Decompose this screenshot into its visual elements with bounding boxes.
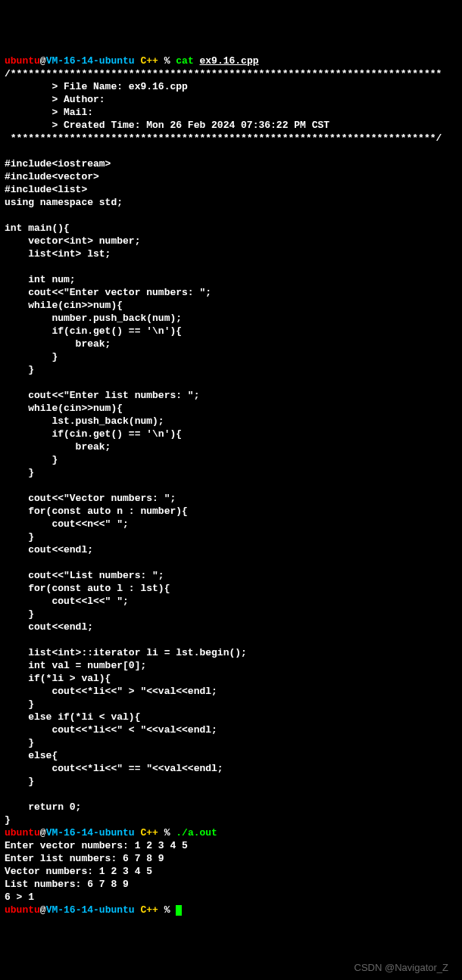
- prompt-line-2: ubuntu@VM-16-14-ubuntu C++ % ./a.out: [5, 827, 217, 838]
- code-line: ****************************************…: [5, 132, 442, 144]
- code-line: > Author:: [5, 94, 105, 105]
- code-line: else if(*li < val){: [5, 711, 140, 723]
- prompt-at: @: [40, 55, 46, 67]
- prompt-user: ubuntu: [5, 904, 40, 916]
- code-line: cout<<"Enter vector numbers: ";: [5, 287, 211, 298]
- command-cat: cat: [176, 55, 199, 67]
- command-arg: ex9.16.cpp: [200, 55, 259, 67]
- prompt-percent: %: [164, 827, 176, 838]
- code-line: int val = number[0];: [5, 660, 146, 671]
- code-line: list<int> lst;: [5, 248, 111, 260]
- output-line: List numbers: 6 7 8 9: [5, 879, 129, 890]
- code-line: if(cin.get() == '\n'){: [5, 428, 182, 440]
- prompt-percent: %: [164, 55, 176, 67]
- code-line: /***************************************…: [5, 68, 442, 79]
- code-line: return 0;: [5, 801, 81, 813]
- command-run: ./a.out: [176, 827, 217, 838]
- prompt-dir: C++: [135, 904, 164, 916]
- code-line: cout<<endl;: [5, 544, 93, 555]
- code-line: > Created Time: Mon 26 Feb 2024 07:36:22…: [5, 120, 329, 131]
- prompt-host: VM-16-14-ubuntu: [46, 55, 135, 67]
- code-line: cout<<*li<<" > "<<val<<endl;: [5, 686, 217, 697]
- prompt-user: ubuntu: [5, 55, 40, 67]
- prompt-line-1: ubuntu@VM-16-14-ubuntu C++ % cat ex9.16.…: [5, 55, 259, 67]
- code-line: }: [5, 608, 34, 620]
- code-line: }: [5, 351, 58, 362]
- code-line: int num;: [5, 274, 76, 285]
- code-line: if(cin.get() == '\n'){: [5, 325, 182, 337]
- code-line: }: [5, 364, 34, 375]
- prompt-host: VM-16-14-ubuntu: [46, 904, 135, 916]
- code-line: cout<<*li<<" == "<<val<<endl;: [5, 763, 223, 774]
- output-line: Enter vector numbers: 1 2 3 4 5: [5, 840, 188, 851]
- code-line: using namespace std;: [5, 197, 123, 208]
- code-line: cout<<"Vector numbers: ";: [5, 493, 176, 504]
- code-line: lst.push_back(num);: [5, 415, 164, 427]
- code-line: }: [5, 698, 34, 710]
- prompt-line-3[interactable]: ubuntu@VM-16-14-ubuntu C++ %: [5, 904, 182, 916]
- code-line: cout<<l<<" ";: [5, 596, 129, 607]
- code-line: > Mail:: [5, 107, 93, 118]
- code-line: cout<<*li<<" < "<<val<<endl;: [5, 724, 217, 736]
- code-line: vector<int> number;: [5, 235, 140, 247]
- cursor-icon: [176, 905, 182, 916]
- code-line: while(cin>>num){: [5, 403, 123, 414]
- prompt-at: @: [40, 904, 46, 916]
- code-line: }: [5, 737, 34, 748]
- code-line: }: [5, 467, 34, 478]
- code-line: }: [5, 776, 34, 787]
- code-line: }: [5, 814, 11, 826]
- code-line: if(*li > val){: [5, 673, 111, 684]
- code-line: while(cin>>num){: [5, 300, 123, 311]
- code-line: }: [5, 454, 58, 465]
- terminal-output[interactable]: ubuntu@VM-16-14-ubuntu C++ % cat ex9.16.…: [5, 54, 457, 916]
- code-line: for(const auto n : number){: [5, 506, 188, 517]
- code-line: #include<iostream>: [5, 158, 111, 170]
- prompt-host: VM-16-14-ubuntu: [46, 827, 135, 838]
- code-line: else{: [5, 750, 58, 761]
- code-line: #include<vector>: [5, 171, 99, 182]
- code-line: cout<<"Enter list numbers: ";: [5, 390, 199, 401]
- output-line: 6 > 1: [5, 891, 34, 903]
- code-line: list<int>::iterator li = lst.begin();: [5, 647, 247, 658]
- code-line: int main(){: [5, 222, 70, 234]
- output-line: Enter list numbers: 6 7 8 9: [5, 853, 164, 864]
- output-line: Vector numbers: 1 2 3 4 5: [5, 866, 152, 877]
- code-line: break;: [5, 441, 111, 453]
- code-line: #include<list>: [5, 184, 87, 195]
- prompt-percent: %: [164, 904, 176, 916]
- code-line: cout<<"List numbers: ";: [5, 570, 164, 581]
- code-line: for(const auto l : lst){: [5, 583, 170, 594]
- code-line: break;: [5, 338, 111, 350]
- watermark-text: CSDN @Navigator_Z: [354, 961, 448, 974]
- prompt-dir: C++: [135, 55, 164, 67]
- code-line: number.push_back(num);: [5, 313, 182, 324]
- prompt-at: @: [40, 827, 46, 838]
- prompt-user: ubuntu: [5, 827, 40, 838]
- code-line: }: [5, 531, 34, 543]
- code-line: cout<<n<<" ";: [5, 518, 129, 530]
- prompt-dir: C++: [135, 827, 164, 838]
- code-line: > File Name: ex9.16.cpp: [5, 81, 188, 92]
- code-line: cout<<endl;: [5, 621, 93, 633]
